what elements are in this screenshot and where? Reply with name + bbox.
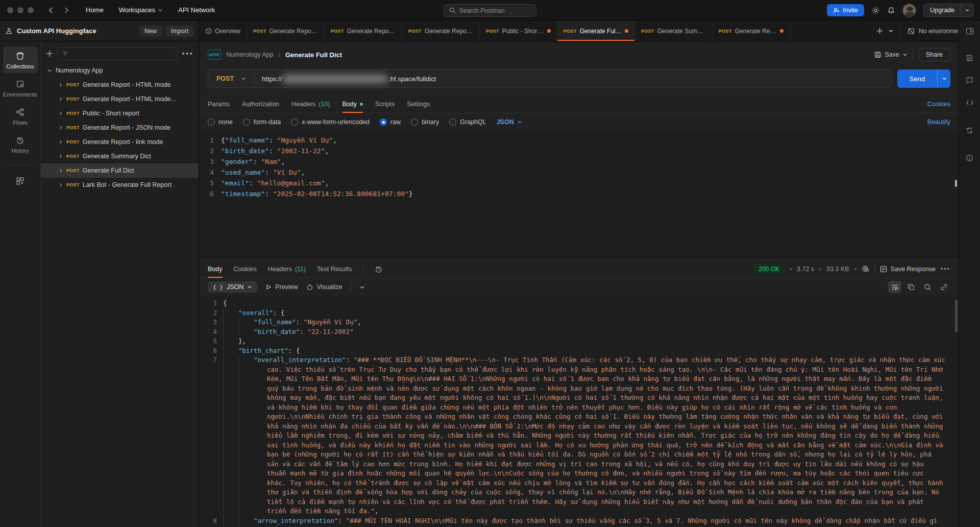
tree-request-0[interactable]: POSTGenerate Report - HTML mode <box>41 78 199 92</box>
user-avatar[interactable] <box>902 4 916 17</box>
line-number: 8 <box>200 516 223 527</box>
tab-body[interactable]: Body <box>342 95 363 113</box>
request-tab-1[interactable]: POSTGenerate Report - H <box>247 21 325 41</box>
collections-filter-input[interactable] <box>57 47 178 60</box>
related-requests-icon[interactable] <box>962 123 977 138</box>
sidebar-item-history[interactable]: History <box>3 131 38 157</box>
sidebar-item-environments[interactable]: Environments <box>3 75 38 101</box>
body-mode-form-data[interactable]: form-data <box>243 118 281 126</box>
invite-button[interactable]: Invite <box>827 4 864 16</box>
request-tab-3[interactable]: POSTGenerate Report - J <box>402 21 480 41</box>
request-tab-6[interactable]: POSTGenerate Summary <box>635 21 713 41</box>
raw-type-selector[interactable]: JSON <box>497 118 522 126</box>
window-controls[interactable] <box>7 7 34 13</box>
request-tab-4[interactable]: POSTPublic - Short repo <box>480 21 557 41</box>
body-mode-none[interactable]: none <box>208 118 233 126</box>
send-options-chevron-icon[interactable] <box>937 69 950 88</box>
body-mode-GraphQL[interactable]: GraphQL <box>449 118 486 126</box>
forward-icon[interactable] <box>62 6 70 14</box>
line-number: 6 <box>200 346 223 356</box>
tree-request-1[interactable]: POSTGenerate Report - HTML mode... <box>41 92 199 106</box>
tab-params[interactable]: Params <box>208 95 230 113</box>
response-time[interactable]: 3.72 s <box>797 266 814 273</box>
response-history-icon[interactable] <box>375 265 383 273</box>
tree-request-5[interactable]: POSTGenerate Summary Dict <box>41 149 199 163</box>
network-globe-icon[interactable] <box>862 265 869 273</box>
nav-api-network[interactable]: API Network <box>178 6 215 14</box>
tree-request-6[interactable]: POSTGenerate Full Dict <box>41 163 199 178</box>
save-response-button[interactable]: Save Response <box>880 266 936 273</box>
cookies-link[interactable]: Cookies <box>927 101 950 108</box>
new-tab-plus-icon[interactable] <box>876 28 883 34</box>
beautify-link[interactable]: Beautify <box>927 118 950 126</box>
code-snippet-icon[interactable] <box>962 95 977 110</box>
tab-settings[interactable]: Settings <box>407 95 430 113</box>
chevron-right-icon <box>58 125 63 130</box>
notifications-bell-icon[interactable] <box>887 6 895 14</box>
link-icon[interactable] <box>937 281 950 293</box>
nav-workspaces[interactable]: Workspaces <box>119 6 163 14</box>
chevron-down-icon[interactable] <box>961 4 973 16</box>
send-button[interactable]: Send <box>897 69 950 88</box>
wrap-text-icon[interactable] <box>888 281 901 293</box>
import-button[interactable]: Import <box>166 26 193 37</box>
request-tab-5[interactable]: POSTGenerate Full Dict <box>557 21 635 41</box>
response-format-selector[interactable]: { } JSON <box>208 281 257 293</box>
body-mode-binary[interactable]: binary <box>411 118 439 126</box>
preview-button[interactable]: Preview <box>265 283 298 291</box>
response-tab-body[interactable]: Body <box>208 260 223 278</box>
search-input[interactable]: Search Postman <box>444 4 536 17</box>
breadcrumb-request-name[interactable]: Generate Full Dict <box>285 51 342 59</box>
url-input[interactable]: https:// .hf.space/fulldict <box>255 75 443 83</box>
new-button[interactable]: New <box>139 26 162 37</box>
tab-options-chevron-icon[interactable] <box>888 28 894 34</box>
add-collection-plus-icon[interactable] <box>46 50 53 57</box>
request-tab-0[interactable]: Overview <box>199 21 247 41</box>
response-tab-test-results[interactable]: Test Results <box>317 260 352 278</box>
response-size[interactable]: 33.3 KB <box>826 266 849 273</box>
tab-headers[interactable]: Headers(10) <box>291 95 330 113</box>
body-mode-x-www-form-urlencoded[interactable]: x-www-form-urlencoded <box>291 118 370 126</box>
tree-request-4[interactable]: POSTGenerate Report - link mode <box>41 135 199 149</box>
method-selector[interactable]: POST <box>208 75 254 82</box>
save-button[interactable]: Save <box>874 51 908 58</box>
copy-icon[interactable] <box>904 281 918 293</box>
documentation-icon[interactable] <box>962 50 977 65</box>
response-body-viewer[interactable]: 1{2"overall": {3"full_name": "Nguyễn Ví … <box>200 296 959 527</box>
info-icon[interactable] <box>962 150 977 165</box>
status-badge[interactable]: 200 OK <box>753 264 785 274</box>
back-icon[interactable] <box>47 6 55 14</box>
layout-columns-icon[interactable] <box>962 23 977 39</box>
visualize-options-chevron-icon[interactable] <box>359 284 365 290</box>
tree-more-icon[interactable]: ••• <box>182 49 193 58</box>
search-response-icon[interactable] <box>921 281 934 293</box>
tab-authorization[interactable]: Authorization <box>242 95 279 113</box>
response-tab-headers[interactable]: Headers(11) <box>268 260 306 278</box>
tab-scripts[interactable]: Scripts <box>375 95 395 113</box>
request-tab-2[interactable]: POSTGenerate Report - li <box>325 21 402 41</box>
request-tab-7[interactable]: POSTGenerate Report - [ <box>713 21 790 41</box>
collection-root[interactable]: Numerology App <box>41 63 199 78</box>
line-content: "birth_date": "2002-11-22", <box>221 146 329 156</box>
response-more-icon[interactable]: ••• <box>941 266 950 273</box>
nav-home[interactable]: Home <box>86 6 104 14</box>
sidebar-item-blocks[interactable] <box>3 172 38 189</box>
comments-icon[interactable] <box>962 73 977 88</box>
sidebar-item-collections[interactable]: Collections <box>3 47 38 73</box>
tree-request-2[interactable]: POSTPublic - Short report <box>41 106 199 121</box>
tree-request-3[interactable]: POSTGenerate Report - JSON mode <box>41 121 199 135</box>
share-button[interactable]: Share <box>918 48 950 61</box>
request-editor-scrollbar[interactable] <box>955 180 957 187</box>
sidebar-item-flows[interactable]: Flows <box>3 103 38 129</box>
request-method-label: POST <box>66 97 80 102</box>
upgrade-button[interactable]: Upgrade <box>923 4 974 17</box>
breadcrumb-collection[interactable]: Numerology App <box>226 51 273 58</box>
tree-request-7[interactable]: POSTLark Bot - Generate Full Report <box>41 178 199 192</box>
request-body-editor[interactable]: 1{"full_name": "Nguyễn Ví Dụ",2"birth_da… <box>200 131 959 259</box>
response-scrollbar[interactable] <box>955 300 958 332</box>
visualize-button[interactable]: Visualize <box>306 283 342 291</box>
response-tab-cookies[interactable]: Cookies <box>234 260 257 278</box>
settings-gear-icon[interactable] <box>871 6 880 15</box>
body-mode-raw[interactable]: raw <box>380 118 401 126</box>
workspace-title[interactable]: Custom API Huggingface <box>17 27 135 35</box>
